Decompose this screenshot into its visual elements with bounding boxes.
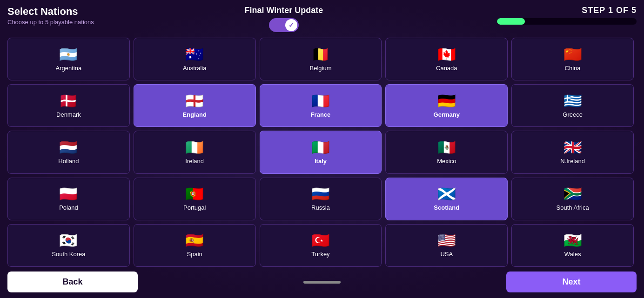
nation-card-wales[interactable]: 🏴󠁧󠁢󠁷󠁬󠁳󠁿Wales [511, 224, 634, 267]
nation-card-portugal[interactable]: 🇵🇹Portugal [134, 178, 256, 220]
nation-name-scotland: Scotland [434, 204, 459, 211]
nation-card-argentina[interactable]: 🇦🇷Argentina [7, 38, 130, 80]
nation-flag-poland: 🇵🇱 [59, 186, 78, 201]
nation-name-australia: Australia [183, 65, 207, 72]
nation-card-mexico[interactable]: 🇲🇽Mexico [385, 131, 508, 173]
page-title: Select Nations [7, 6, 94, 18]
winter-update-toggle[interactable]: ✓ [269, 18, 299, 32]
nation-card-italy[interactable]: 🇮🇹Italy [260, 131, 382, 173]
nation-flag-china: 🇨🇳 [564, 47, 582, 62]
nation-flag-belgium: 🇧🇪 [311, 47, 330, 62]
title-section: Select Nations Choose up to 5 playable n… [7, 6, 94, 26]
nation-flag-holland: 🇳🇱 [59, 140, 78, 155]
nation-name-germany: Germany [434, 111, 460, 118]
nation-name-mexico: Mexico [437, 158, 456, 165]
nation-flag-australia: 🇦🇺 [185, 47, 204, 62]
step-label: STEP 1 OF 5 [582, 6, 637, 15]
scroll-indicator [303, 281, 341, 284]
nation-card-russia[interactable]: 🇷🇺Russia [260, 178, 382, 220]
nation-flag-south_korea: 🇰🇷 [59, 233, 78, 248]
nation-card-china[interactable]: 🇨🇳China [511, 38, 634, 80]
nation-flag-nireland: 🇬🇧 [564, 140, 582, 155]
nation-card-south_africa[interactable]: 🇿🇦South Africa [511, 178, 634, 220]
grid-area: 🇦🇷Argentina🇦🇺Australia🇧🇪Belgium🇨🇦Canada🇨… [7, 38, 637, 267]
nation-name-wales: Wales [564, 251, 581, 258]
nation-flag-italy: 🇮🇹 [311, 140, 330, 155]
nation-card-greece[interactable]: 🇬🇷Greece [511, 84, 634, 127]
nation-card-australia[interactable]: 🇦🇺Australia [134, 38, 256, 80]
nation-flag-greece: 🇬🇷 [564, 93, 582, 108]
nation-name-poland: Poland [59, 204, 78, 211]
nation-card-nireland[interactable]: 🇬🇧N.Ireland [511, 131, 634, 173]
nation-card-turkey[interactable]: 🇹🇷Turkey [260, 224, 382, 267]
footer: Back Next [7, 272, 637, 292]
nation-name-italy: Italy [315, 158, 327, 165]
nation-card-denmark[interactable]: 🇩🇰Denmark [7, 84, 130, 127]
nation-name-greece: Greece [563, 111, 583, 118]
update-section: Final Winter Update ✓ [244, 6, 323, 32]
nation-card-canada[interactable]: 🇨🇦Canada [385, 38, 508, 80]
nation-name-holland: Holland [58, 158, 79, 165]
nation-card-germany[interactable]: 🇩🇪Germany [385, 84, 508, 127]
nation-name-belgium: Belgium [310, 65, 332, 72]
update-label: Final Winter Update [244, 6, 323, 15]
nation-card-belgium[interactable]: 🇧🇪Belgium [260, 38, 382, 80]
toggle-knob: ✓ [285, 19, 297, 31]
step-section: STEP 1 OF 5 [474, 6, 637, 25]
check-icon: ✓ [288, 21, 294, 29]
nation-card-poland[interactable]: 🇵🇱Poland [7, 178, 130, 220]
nation-name-england: England [183, 111, 207, 118]
nation-flag-spain: 🇪🇸 [185, 233, 204, 248]
nation-flag-scotland: 🏴󠁧󠁢󠁳󠁣󠁴󠁿 [437, 186, 456, 201]
nation-flag-france: 🇫🇷 [311, 93, 330, 108]
toggle-container[interactable]: ✓ [269, 18, 299, 32]
page-subtitle: Choose up to 5 playable nations [7, 19, 94, 26]
nation-card-france[interactable]: 🇫🇷France [260, 84, 382, 127]
nation-flag-canada: 🇨🇦 [437, 47, 456, 62]
nation-flag-germany: 🇩🇪 [437, 93, 456, 108]
nation-name-south_korea: South Korea [52, 251, 85, 258]
nation-flag-portugal: 🇵🇹 [185, 186, 204, 201]
nation-flag-mexico: 🇲🇽 [437, 140, 456, 155]
nation-card-usa[interactable]: 🇺🇸USA [385, 224, 508, 267]
nation-name-denmark: Denmark [56, 111, 81, 118]
nation-flag-england: 🏴󠁧󠁢󠁥󠁮󠁧󠁿 [185, 93, 204, 108]
nation-name-france: France [311, 111, 331, 118]
nation-flag-south_africa: 🇿🇦 [564, 186, 582, 201]
back-button[interactable]: Back [7, 272, 138, 292]
nations-grid: 🇦🇷Argentina🇦🇺Australia🇧🇪Belgium🇨🇦Canada🇨… [7, 38, 637, 267]
nation-name-nireland: N.Ireland [560, 158, 585, 165]
nation-flag-argentina: 🇦🇷 [59, 47, 78, 62]
nation-name-spain: Spain [187, 251, 202, 258]
nation-card-spain[interactable]: 🇪🇸Spain [134, 224, 256, 267]
nation-name-ireland: Ireland [185, 158, 204, 165]
nation-flag-turkey: 🇹🇷 [311, 233, 330, 248]
nation-card-ireland[interactable]: 🇮🇪Ireland [134, 131, 256, 173]
nation-flag-usa: 🇺🇸 [437, 233, 456, 248]
header: Select Nations Choose up to 5 playable n… [7, 6, 637, 32]
progress-bar-fill [497, 18, 525, 25]
nation-name-south_africa: South Africa [557, 204, 589, 211]
nation-card-england[interactable]: 🏴󠁧󠁢󠁥󠁮󠁧󠁿England [134, 84, 256, 127]
nation-card-south_korea[interactable]: 🇰🇷South Korea [7, 224, 130, 267]
nation-card-holland[interactable]: 🇳🇱Holland [7, 131, 130, 173]
nation-name-china: China [565, 65, 581, 72]
nation-name-portugal: Portugal [183, 204, 206, 211]
nation-name-russia: Russia [311, 204, 330, 211]
next-button[interactable]: Next [506, 272, 637, 292]
nation-card-scotland[interactable]: 🏴󠁧󠁢󠁳󠁣󠁴󠁿Scotland [385, 178, 508, 220]
nation-name-usa: USA [440, 251, 453, 258]
nation-flag-denmark: 🇩🇰 [59, 93, 78, 108]
nation-name-canada: Canada [436, 65, 457, 72]
nation-name-turkey: Turkey [311, 251, 329, 258]
progress-bar [497, 18, 637, 25]
nation-flag-ireland: 🇮🇪 [185, 140, 204, 155]
nation-flag-wales: 🏴󠁧󠁢󠁷󠁬󠁳󠁿 [564, 233, 582, 248]
nation-flag-russia: 🇷🇺 [311, 186, 330, 201]
nation-name-argentina: Argentina [56, 65, 82, 72]
